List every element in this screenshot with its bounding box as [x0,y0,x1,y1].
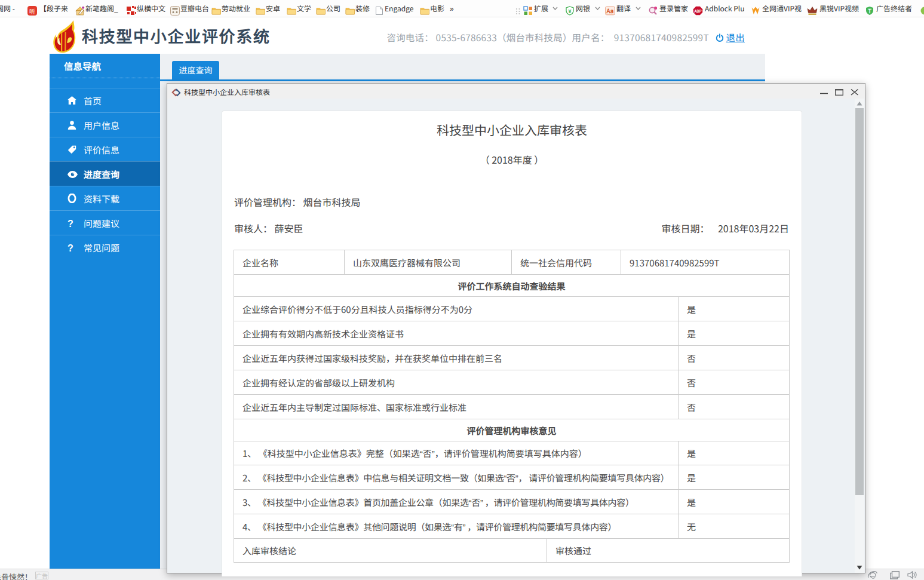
svg-text:Aa: Aa [606,6,614,15]
svg-text:¥: ¥ [568,7,571,15]
svg-text:ABP: ABP [694,8,702,14]
svg-text:听: 听 [29,7,35,16]
svg-text:T: T [868,7,871,15]
